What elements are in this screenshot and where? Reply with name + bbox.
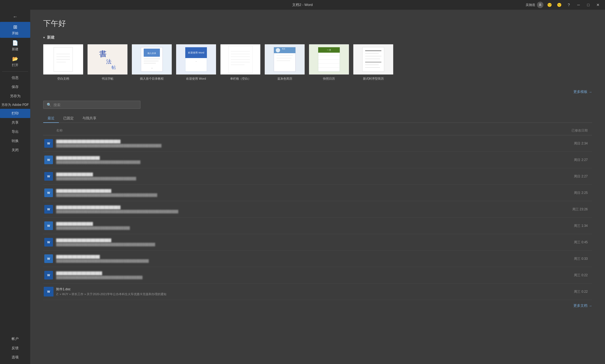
sidebar-item-start-label: 开始 [12, 31, 18, 36]
file-name: ████████████████████████ [56, 238, 538, 242]
sidebar-item-save[interactable]: 保存 [0, 82, 30, 92]
more-docs-link[interactable]: 更多文档 → [573, 303, 592, 308]
template-blank[interactable]: 空白文档 [43, 44, 83, 81]
template-new-resume[interactable]: 新式时序型简历 [353, 44, 393, 81]
file-info: ████████████████████ ███████████████████… [54, 271, 538, 279]
sidebar-item-options[interactable]: 选项 [0, 353, 30, 362]
file-row[interactable]: W ████████████████████████ █████████████… [43, 185, 592, 201]
file-row[interactable]: W ███████████████████ ██████████████████… [43, 152, 592, 168]
file-date: 周日 2:25 [538, 191, 592, 195]
sidebar-item-open-label: 打开 [12, 63, 18, 68]
file-date: 周三 1:34 [538, 224, 592, 228]
file-name: ████████████████████ [56, 271, 538, 275]
more-docs-row: 更多文档 → [43, 303, 592, 308]
search-bar: 🔍 [43, 101, 140, 109]
file-row[interactable]: W ████████████████████ █████████████████… [43, 267, 592, 284]
more-templates-arrow: → [589, 90, 592, 94]
account-label: 帐户 [12, 336, 19, 341]
greeting: 下午好 [43, 18, 592, 29]
main-container: ← ⊞ 开始 📄 新建 📂 打开 信息 保存 另存为 另存为 Adobe PDF… [0, 10, 605, 364]
sidebar-back-button[interactable]: ← [0, 12, 30, 22]
sidebar-item-open[interactable]: 📂 打开 [0, 54, 30, 70]
file-row[interactable]: W ████████████████████████ █████████████… [43, 234, 592, 251]
user-area[interactable]: 吴驰造 吴 [526, 2, 543, 8]
emoji-smile-icon[interactable]: 🙂 [546, 1, 553, 9]
file-info: ███████████████████ ████████████████████… [54, 255, 538, 262]
more-docs-arrow: → [589, 304, 592, 308]
file-path: ████████████████████████████████████████… [56, 144, 538, 147]
sidebar-item-info[interactable]: 信息 [0, 73, 30, 82]
more-templates-link[interactable]: 更多模板 → [573, 89, 592, 94]
search-input[interactable] [53, 103, 137, 107]
svg-text:欢迎使用 Word: 欢迎使用 Word [188, 51, 204, 54]
sidebar-item-start[interactable]: ⊞ 开始 [0, 22, 30, 38]
word-icon: W [44, 254, 53, 263]
template-blue-resume[interactable]: 简历 蓝灰色简历 [265, 44, 305, 81]
tab-shared[interactable]: 与我共享 [78, 114, 101, 123]
sidebar-item-saveas[interactable]: 另存为 [0, 92, 30, 101]
file-row[interactable]: W ████████████████ █████████████████████… [43, 168, 592, 185]
file-row-last[interactable]: W 附件1.doc Z: » WJY » 班长工作 » 关于2020-2021学… [43, 284, 592, 300]
file-row[interactable]: W ████████████████ █████████████████████… [43, 218, 592, 234]
sidebar-item-close[interactable]: 关闭 [0, 146, 30, 155]
feedback-label: 反馈 [12, 346, 19, 350]
emoji-sad-icon[interactable]: 🙁 [555, 1, 563, 9]
sidebar-item-print[interactable]: 打印 [0, 109, 30, 118]
help-button[interactable]: ? [565, 1, 573, 9]
template-welcome[interactable]: 欢迎使用 Word → 欢迎使用 Word [176, 44, 216, 81]
maximize-button[interactable]: □ [584, 1, 592, 9]
sidebar-item-account[interactable]: 帐户 [0, 334, 30, 343]
file-icon: W [43, 187, 54, 198]
file-icon: W [43, 253, 54, 264]
file-name: ████████████████ [56, 222, 538, 226]
file-info: ███████████████████ ████████████████████… [54, 156, 538, 164]
tab-pinned[interactable]: 已固定 [59, 114, 78, 123]
sidebar-bottom: 帐户 反馈 选项 [0, 334, 30, 362]
file-row[interactable]: W ███████████████████ ██████████████████… [43, 251, 592, 267]
sidebar-item-export[interactable]: 导出 [0, 127, 30, 136]
minimize-button[interactable]: ─ [575, 1, 582, 9]
file-row[interactable]: W ████████████████████████████ █████████… [43, 201, 592, 218]
file-name: ████████████████████████ [56, 189, 538, 193]
word-icon: W [44, 188, 53, 197]
template-calligraphy[interactable]: 書 法 帖 书法字帖 [88, 44, 127, 81]
close-button[interactable]: ✕ [594, 1, 602, 9]
svg-point-32 [276, 48, 280, 52]
template-single-col[interactable]: 单栏格（空白） [220, 44, 260, 81]
file-icon: W [43, 237, 54, 248]
template-calendar[interactable]: 一月 快照日历 [309, 44, 349, 81]
file-path: ██████████████████████████████████████ [56, 177, 538, 180]
file-date: 周三 0:22 [538, 273, 592, 278]
file-date: 周日 2:27 [538, 174, 592, 179]
sidebar-item-share[interactable]: 共享 [0, 118, 30, 127]
sidebar-item-feedback[interactable]: 反馈 [0, 343, 30, 353]
collapse-icon[interactable]: ▾ [43, 36, 45, 39]
file-icon: W [43, 270, 54, 281]
template-blue-resume-label: 蓝灰色简历 [277, 77, 292, 81]
sidebar-item-saveas-pdf[interactable]: 另存为 Adobe PDF [0, 101, 30, 109]
templates-grid: 空白文档 書 法 帖 书法字帖 [43, 44, 592, 81]
file-path-visible: Z: » WJY » 班长工作 » 关于2020-2021学年公办本科生火车优惠… [56, 292, 538, 296]
file-info: ████████████████████████ ███████████████… [54, 189, 538, 197]
sidebar-item-new[interactable]: 📄 新建 [0, 38, 30, 54]
file-row[interactable]: W ████████████████████████████ █████████… [43, 135, 592, 152]
file-info: ████████████████████████████ ███████████… [54, 205, 538, 213]
saveas-label: 另存为 [10, 94, 21, 99]
back-icon: ← [13, 14, 18, 20]
header-name: 名称 [43, 128, 538, 133]
file-info: ████████████████ ███████████████████████… [54, 173, 538, 180]
file-list-header: 名称 已修改日期 [43, 127, 592, 135]
more-templates-label: 更多模板 [573, 89, 587, 94]
tab-recent[interactable]: 最近 [43, 114, 59, 123]
options-label: 选项 [12, 355, 19, 360]
template-toc-label: 插入首个目录教程 [140, 77, 164, 81]
file-info: ████████████████████████████ ███████████… [54, 140, 538, 147]
sidebar-item-transform[interactable]: 转换 [0, 136, 30, 146]
sidebar-divider [2, 71, 28, 72]
svg-text:→: → [151, 67, 153, 69]
avatar: 吴 [537, 2, 543, 8]
template-toc[interactable]: 插入目录 → 插入首个目录教程 [132, 44, 172, 81]
file-info: ████████████████████████ ███████████████… [54, 238, 538, 246]
file-path: ████████████████████████████████████████… [56, 243, 538, 246]
new-doc-icon: 📄 [12, 40, 18, 46]
